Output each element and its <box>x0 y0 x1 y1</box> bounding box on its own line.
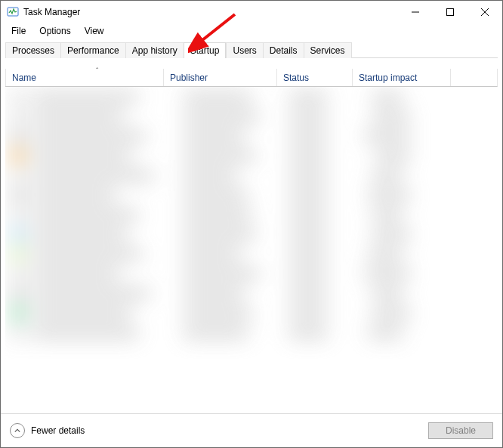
column-status[interactable]: Status <box>277 69 353 86</box>
window-title: Task Manager <box>23 7 80 17</box>
sort-indicator-icon: ˆ <box>96 67 98 76</box>
titlebar: Task Manager <box>1 1 502 23</box>
window-controls <box>398 1 502 23</box>
tab-services[interactable]: Services <box>304 42 352 58</box>
menu-file[interactable]: File <box>5 24 32 38</box>
menubar: File Options View <box>1 23 502 39</box>
tab-users[interactable]: Users <box>226 42 263 58</box>
content-area: ˆ Name Publisher Status Startup impact <box>5 69 498 359</box>
column-publisher[interactable]: Publisher <box>164 69 277 86</box>
svg-rect-2 <box>447 9 454 16</box>
footer: Fewer details Disable <box>1 414 502 447</box>
tab-processes[interactable]: Processes <box>5 42 61 58</box>
minimize-button[interactable] <box>398 1 433 23</box>
column-startup-impact[interactable]: Startup impact <box>353 69 451 86</box>
menu-view[interactable]: View <box>79 24 110 38</box>
startup-list-blurred <box>5 87 498 359</box>
tab-details[interactable]: Details <box>263 42 304 58</box>
fewer-details-label: Fewer details <box>31 425 85 436</box>
tabstrip: Processes Performance App history Startu… <box>5 42 498 58</box>
menu-options[interactable]: Options <box>33 24 76 38</box>
chevron-up-icon <box>10 423 25 438</box>
fewer-details-toggle[interactable]: Fewer details <box>10 423 85 438</box>
close-button[interactable] <box>468 1 502 23</box>
tab-app-history[interactable]: App history <box>125 42 184 58</box>
maximize-button[interactable] <box>433 1 468 23</box>
column-name[interactable]: Name <box>5 69 164 86</box>
titlebar-left: Task Manager <box>7 6 80 18</box>
disable-button[interactable]: Disable <box>428 422 493 439</box>
tab-performance[interactable]: Performance <box>60 42 126 58</box>
task-manager-icon <box>7 6 19 18</box>
tab-startup[interactable]: Startup <box>184 42 227 58</box>
column-headers: Name Publisher Status Startup impact <box>5 69 498 87</box>
